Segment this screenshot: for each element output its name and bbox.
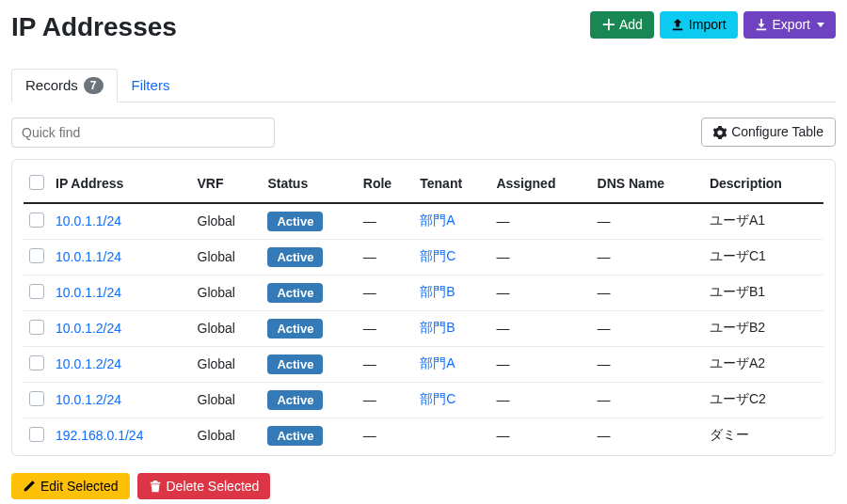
bulk-actions: Edit Selected Delete Selected (11, 473, 836, 500)
row-checkbox[interactable] (29, 427, 44, 442)
assigned-cell: — (490, 203, 591, 240)
edit-selected-label: Edit Selected (40, 479, 119, 495)
status-badge: Active (267, 426, 323, 446)
status-badge: Active (267, 319, 323, 339)
plus-icon (601, 18, 615, 31)
col-tenant[interactable]: Tenant (414, 167, 490, 203)
records-count-badge: 7 (84, 77, 104, 94)
row-checkbox[interactable] (29, 248, 44, 263)
ip-table: IP Address VRF Status Role Tenant Assign… (24, 167, 823, 453)
status-badge: Active (267, 247, 323, 267)
dns-cell: — (592, 346, 704, 382)
tenant-link[interactable]: 部門C (420, 391, 455, 406)
chevron-down-icon (817, 23, 824, 27)
description-cell: ユーザB2 (704, 310, 823, 346)
table-row: 10.0.1.2/24GlobalActive—部門B——ユーザB2 (24, 310, 823, 346)
col-description[interactable]: Description (704, 167, 823, 203)
row-checkbox[interactable] (29, 320, 44, 335)
gear-icon (713, 126, 727, 139)
pencil-icon (23, 480, 36, 493)
col-assigned[interactable]: Assigned (490, 167, 591, 203)
assigned-cell: — (490, 382, 591, 417)
col-role[interactable]: Role (358, 167, 414, 203)
upload-icon (671, 18, 684, 31)
role-cell: — (358, 275, 414, 310)
description-cell: ダミー (704, 417, 823, 453)
add-button[interactable]: Add (590, 11, 654, 39)
row-checkbox[interactable] (29, 213, 44, 228)
tab-bar: Records 7 Filters (11, 68, 836, 102)
status-badge: Active (267, 354, 323, 374)
vrf-cell: Global (192, 275, 263, 310)
export-button[interactable]: Export (743, 11, 836, 39)
tenant-link[interactable]: 部門B (420, 284, 455, 299)
ip-link[interactable]: 192.168.0.1/24 (56, 428, 143, 443)
dns-cell: — (592, 417, 704, 453)
col-vrf[interactable]: VRF (192, 167, 263, 203)
trash-icon (149, 480, 162, 493)
tab-filters-label: Filters (132, 77, 170, 93)
ip-link[interactable]: 10.0.1.1/24 (56, 213, 121, 228)
configure-table-label: Configure Table (731, 124, 823, 140)
table-row: 10.0.1.2/24GlobalActive—部門C——ユーザC2 (24, 382, 823, 417)
tenant-link[interactable]: 部門A (420, 355, 455, 370)
import-button-label: Import (689, 17, 727, 33)
delete-selected-label: Delete Selected (167, 479, 260, 495)
assigned-cell: — (490, 346, 591, 382)
ip-link[interactable]: 10.0.1.2/24 (56, 321, 121, 336)
role-cell: — (358, 382, 414, 417)
page-title: IP Addresses (11, 11, 177, 43)
ip-link[interactable]: 10.0.1.1/24 (56, 249, 121, 264)
row-checkbox[interactable] (29, 284, 44, 299)
table-row: 10.0.1.1/24GlobalActive—部門C——ユーザC1 (24, 239, 823, 275)
ip-link[interactable]: 10.0.1.1/24 (56, 285, 121, 300)
assigned-cell: — (490, 275, 591, 310)
add-button-label: Add (619, 17, 643, 33)
ip-link[interactable]: 10.0.1.2/24 (56, 356, 121, 371)
vrf-cell: Global (192, 310, 263, 346)
role-cell: — (358, 203, 414, 240)
ip-link[interactable]: 10.0.1.2/24 (56, 392, 121, 407)
col-status[interactable]: Status (262, 167, 357, 203)
table-row: 10.0.1.1/24GlobalActive—部門A——ユーザA1 (24, 203, 823, 240)
configure-table-button[interactable]: Configure Table (701, 118, 836, 147)
tenant-link[interactable]: 部門C (420, 248, 455, 263)
role-cell: — (358, 417, 414, 453)
vrf-cell: Global (192, 382, 263, 417)
export-button-label: Export (773, 17, 810, 33)
quick-find-input[interactable] (11, 118, 275, 148)
description-cell: ユーザC1 (704, 239, 823, 275)
assigned-cell: — (490, 239, 591, 275)
table-card: IP Address VRF Status Role Tenant Assign… (11, 159, 836, 456)
assigned-cell: — (490, 417, 591, 453)
tab-records[interactable]: Records 7 (11, 69, 118, 102)
dns-cell: — (592, 382, 704, 417)
vrf-cell: Global (192, 346, 263, 382)
tenant-link[interactable]: 部門A (420, 213, 455, 228)
assigned-cell: — (490, 310, 591, 346)
status-badge: Active (267, 212, 323, 231)
role-cell: — (358, 310, 414, 346)
select-all-checkbox[interactable] (29, 175, 44, 190)
row-checkbox[interactable] (29, 391, 44, 406)
vrf-cell: Global (192, 239, 263, 275)
status-badge: Active (267, 283, 323, 303)
row-checkbox[interactable] (29, 355, 44, 370)
vrf-cell: Global (192, 417, 263, 453)
table-row: 192.168.0.1/24GlobalActive———ダミー (24, 417, 823, 453)
dns-cell: — (592, 203, 704, 240)
vrf-cell: Global (192, 203, 263, 240)
tenant-link[interactable]: 部門B (420, 320, 455, 335)
col-dns[interactable]: DNS Name (592, 167, 704, 203)
description-cell: ユーザC2 (704, 382, 823, 417)
dns-cell: — (592, 310, 704, 346)
col-ip[interactable]: IP Address (50, 167, 192, 203)
import-button[interactable]: Import (660, 11, 738, 39)
header-actions: Add Import Export (590, 11, 836, 39)
delete-selected-button[interactable]: Delete Selected (137, 473, 271, 500)
tab-filters[interactable]: Filters (118, 69, 184, 102)
dns-cell: — (592, 275, 704, 310)
description-cell: ユーザB1 (704, 275, 823, 310)
table-row: 10.0.1.2/24GlobalActive—部門A——ユーザA2 (24, 346, 823, 382)
edit-selected-button[interactable]: Edit Selected (11, 473, 130, 500)
